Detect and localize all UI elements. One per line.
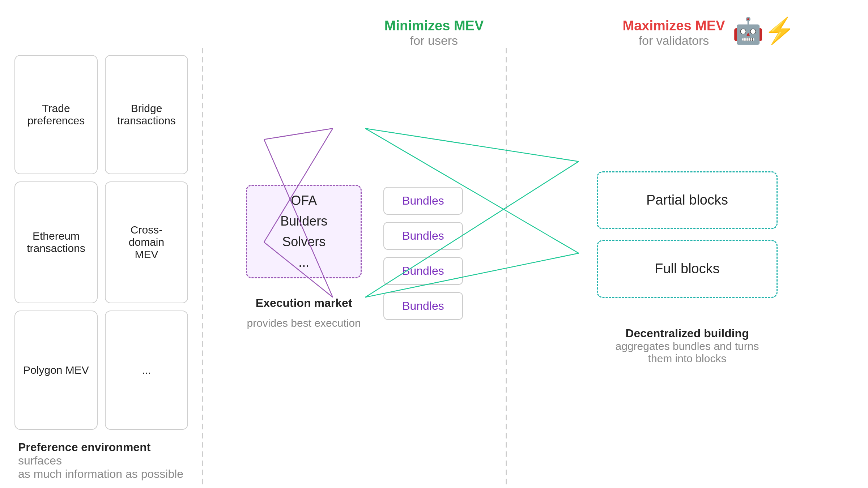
- box-cross-domain-mev: Cross-domainMEV: [105, 181, 188, 303]
- box-polygon-mev: Polygon MEV: [14, 311, 98, 430]
- box-bridge-transactions: Bridgetransactions: [105, 55, 188, 174]
- section-right: Partial blocks Full blocks Decentralized…: [506, 48, 868, 488]
- middle-left: OFA Builders Solvers ... Execution marke…: [246, 177, 362, 358]
- full-blocks-box: Full blocks: [597, 240, 778, 298]
- right-bottom-label: Decentralized building aggregates bundle…: [616, 320, 759, 365]
- minimizes-label: Minimizes MEV: [297, 18, 571, 34]
- decentralized-building-secondary1: aggregates bundles and turns: [616, 340, 759, 352]
- box-trade-preferences: Tradepreferences: [14, 55, 98, 174]
- partial-blocks-box: Partial blocks: [597, 171, 778, 229]
- header-right-maximizes: Maximizes MEV for validators 🤖⚡: [571, 14, 846, 48]
- bundle-2: Bundles: [383, 222, 463, 250]
- builders-label: Builders: [280, 214, 327, 229]
- section-middle: OFA Builders Solvers ... Execution marke…: [203, 48, 506, 488]
- ofa-label: OFA: [291, 193, 317, 208]
- boxes-grid: Tradepreferences Bridgetransactions Ethe…: [14, 55, 188, 430]
- left-bottom-label: Preference environment surfaces as much …: [14, 441, 188, 481]
- box-ellipsis-left: ...: [105, 311, 188, 430]
- solvers-label: Solvers: [282, 234, 326, 249]
- for-validators-label: for validators: [623, 34, 725, 48]
- bundles-column: Bundles Bundles Bundles Bundles: [383, 187, 463, 349]
- decentralized-building-secondary2: them into blocks: [616, 352, 759, 365]
- maximizes-texts: Maximizes MEV for validators: [623, 18, 725, 48]
- execution-market-label: Execution market: [256, 296, 352, 310]
- bundle-3: Bundles: [383, 257, 463, 285]
- maximizes-label: Maximizes MEV: [623, 18, 725, 34]
- ofa-box: OFA Builders Solvers ...: [246, 185, 362, 278]
- preference-environment-label: Preference environment: [18, 441, 150, 454]
- ofa-ellipsis: ...: [298, 255, 309, 270]
- sections-wrapper: Tradepreferences Bridgetransactions Ethe…: [0, 48, 868, 488]
- box-ethereum-transactions: Ethereumtransactions: [14, 181, 98, 303]
- top-header: Minimizes MEV for users Maximizes MEV fo…: [0, 0, 868, 48]
- partial-blocks-label: Partial blocks: [646, 192, 728, 208]
- for-users-label: for users: [297, 34, 571, 48]
- header-center-minimizes: Minimizes MEV for users: [297, 14, 571, 48]
- blocks-container: Partial blocks Full blocks: [597, 171, 778, 309]
- robot-icon: 🤖⚡: [732, 18, 795, 43]
- main-container: Minimizes MEV for users Maximizes MEV fo…: [0, 0, 868, 488]
- section-left: Tradepreferences Bridgetransactions Ethe…: [0, 48, 203, 488]
- bundle-1: Bundles: [383, 187, 463, 215]
- preference-environment-secondary2: as much information as possible: [18, 467, 188, 481]
- full-blocks-label: Full blocks: [655, 261, 720, 277]
- preference-environment-secondary: surfaces: [18, 454, 62, 467]
- bundle-4: Bundles: [383, 292, 463, 320]
- decentralized-building-label: Decentralized building: [616, 327, 759, 340]
- execution-market-secondary: provides best execution: [247, 317, 361, 329]
